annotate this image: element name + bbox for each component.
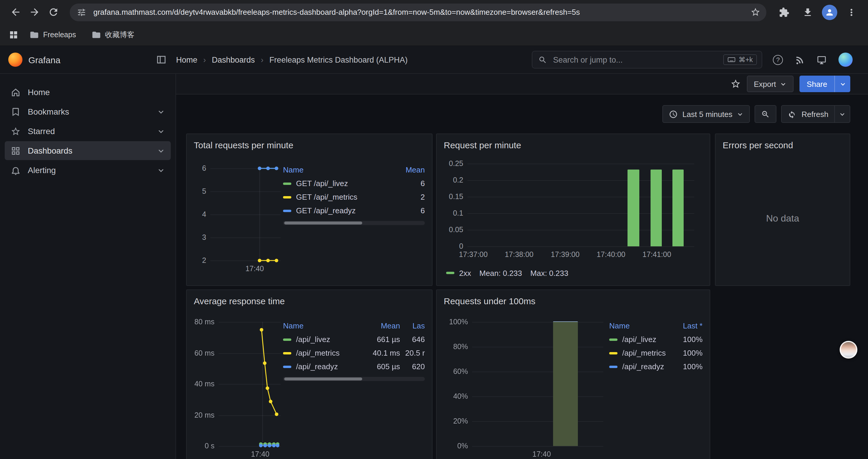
chart-bar — [650, 169, 661, 246]
reload-button[interactable] — [44, 3, 63, 22]
panel-title[interactable]: Requests under 100ms — [437, 290, 710, 311]
browser-actions — [773, 3, 862, 22]
legend-scrollbar[interactable] — [283, 221, 425, 225]
legend-column-header[interactable]: Name — [283, 165, 390, 174]
panel-title[interactable]: Errors per second — [716, 134, 850, 155]
sidebar-item-label: Bookmarks — [28, 107, 69, 117]
legend-scrollbar[interactable] — [283, 377, 425, 381]
rss-icon[interactable] — [795, 55, 805, 65]
scrollbar-thumb[interactable] — [284, 222, 362, 225]
url-text[interactable] — [92, 7, 746, 17]
sidebar-item-alerting[interactable]: Alerting — [5, 161, 171, 179]
zoom-out-button[interactable] — [755, 105, 777, 123]
legend-row[interactable]: /api/_metrics100% — [609, 346, 703, 360]
legend-row[interactable]: GET /api/_metrics2 — [283, 190, 425, 204]
y-axis-tick: 0 s — [205, 442, 215, 450]
search-input[interactable] — [552, 55, 718, 65]
tab-groups-icon[interactable] — [8, 30, 19, 40]
help-icon[interactable] — [773, 55, 783, 65]
user-avatar[interactable] — [838, 53, 852, 67]
monitor-icon[interactable] — [816, 55, 827, 65]
breadcrumb-home[interactable]: Home — [176, 55, 197, 64]
y-axis-tick: 20% — [453, 417, 468, 425]
y-axis-tick: 0% — [457, 442, 468, 450]
y-axis-tick: 2 — [202, 256, 206, 265]
legend-row[interactable]: /api/_livez100% — [609, 333, 703, 346]
legend-row[interactable]: /api/_livez661 µs646 — [283, 333, 425, 346]
zoom-out-icon — [761, 109, 770, 119]
legend-row[interactable]: /api/_metrics40.1 ms20.5 r — [283, 346, 425, 360]
share-button[interactable]: Share — [800, 76, 834, 92]
refresh-interval-button[interactable] — [835, 105, 850, 123]
url-bar[interactable] — [70, 3, 766, 21]
chart-legend: 2xx Mean: 0.233 Max: 0.233 — [444, 265, 703, 281]
panel-title[interactable]: Total requests per minute — [187, 134, 432, 155]
sidebar-collapse-icon[interactable] — [156, 54, 167, 65]
chevron-down-icon[interactable] — [157, 108, 165, 116]
legend-value: 661 µs — [362, 335, 400, 344]
search-icon — [538, 55, 547, 64]
no-data-message: No data — [723, 157, 843, 281]
y-axis-tick: 3 — [202, 233, 206, 241]
legend-series-2xx[interactable]: 2xx — [446, 268, 471, 277]
extensions-button[interactable] — [775, 3, 794, 22]
legend-column-header[interactable]: Name — [609, 321, 672, 330]
clock-icon — [669, 109, 678, 119]
downloads-button[interactable] — [798, 3, 817, 22]
legend-row[interactable]: GET /api/_readyz6 — [283, 204, 425, 218]
legend-value: 605 µs — [362, 362, 400, 371]
sidebar-item-label: Dashboards — [28, 146, 72, 155]
legend-value: 100% — [672, 362, 703, 371]
sidebar-item-dashboards[interactable]: Dashboards — [5, 141, 171, 160]
grafana-logo-icon[interactable] — [8, 53, 23, 67]
chevron-down-icon[interactable] — [157, 127, 165, 135]
breadcrumb-dashboards[interactable]: Dashboards — [212, 55, 255, 64]
back-button[interactable] — [6, 3, 25, 22]
sidebar-item-home[interactable]: Home — [5, 83, 171, 102]
y-axis-tick: 80 ms — [194, 318, 215, 326]
browser-profile-avatar[interactable] — [822, 4, 837, 20]
export-button[interactable]: Export — [747, 76, 794, 92]
legend-column-header[interactable]: Last * — [672, 321, 703, 330]
y-axis-tick: 20 ms — [194, 411, 215, 419]
panel-title[interactable]: Average response time — [187, 290, 432, 311]
search-bar[interactable]: ⌘+k — [532, 51, 762, 68]
browser-toolbar — [0, 0, 868, 24]
chevron-down-icon[interactable] — [157, 166, 165, 174]
legend-column-header[interactable]: Mean — [362, 321, 400, 330]
legend-series-name: GET /api/_metrics — [283, 193, 390, 201]
forward-button[interactable] — [25, 3, 44, 22]
kebab-menu-icon — [846, 7, 857, 18]
series-swatch — [283, 365, 291, 368]
legend-row[interactable]: /api/_readyz100% — [609, 360, 703, 373]
legend-row[interactable]: /api/_readyz605 µs620 — [283, 360, 425, 373]
sidebar-item-bookmarks[interactable]: Bookmarks — [5, 102, 171, 121]
bookmark-folder-freeleaps[interactable]: Freeleaps — [25, 28, 81, 42]
grafana-topnav: Grafana Home Dashboards Freeleaps Metric… — [0, 46, 868, 74]
x-axis-tick: 17:37:00 — [459, 251, 488, 259]
scrollbar-thumb[interactable] — [284, 378, 362, 381]
floating-user-avatar[interactable] — [840, 341, 857, 359]
legend-series-name: /api/_readyz — [283, 362, 362, 371]
legend-header-row: NameLast * — [609, 319, 703, 333]
legend-row[interactable]: GET /api/_livez6 — [283, 177, 425, 190]
legend-column-header[interactable]: Mean — [390, 165, 425, 174]
sidebar-item-starred[interactable]: Starred — [5, 122, 171, 140]
chevron-down-icon[interactable] — [157, 147, 165, 155]
favorite-dashboard-button[interactable] — [730, 78, 741, 89]
chart-bar — [553, 321, 578, 446]
share-menu-button[interactable] — [834, 76, 850, 92]
time-range-picker[interactable]: Last 5 minutes — [662, 105, 750, 123]
site-settings-icon[interactable] — [77, 7, 86, 17]
legend-column-header[interactable]: Name — [283, 321, 362, 330]
chart-total-requests: 6543217:40 — [194, 157, 283, 281]
browser-menu-button[interactable] — [842, 3, 861, 22]
grafana-brand-area: Grafana — [0, 53, 176, 67]
refresh-button[interactable]: Refresh — [781, 105, 835, 123]
panel-title[interactable]: Request per minute — [437, 134, 710, 155]
legend-series-name: /api/_metrics — [609, 349, 672, 357]
legend-value: 646 — [400, 335, 425, 344]
legend-column-header[interactable]: Las — [400, 321, 425, 330]
bookmark-star-button[interactable] — [746, 3, 764, 21]
bookmark-folder-blogs[interactable]: 收藏博客 — [87, 28, 139, 42]
